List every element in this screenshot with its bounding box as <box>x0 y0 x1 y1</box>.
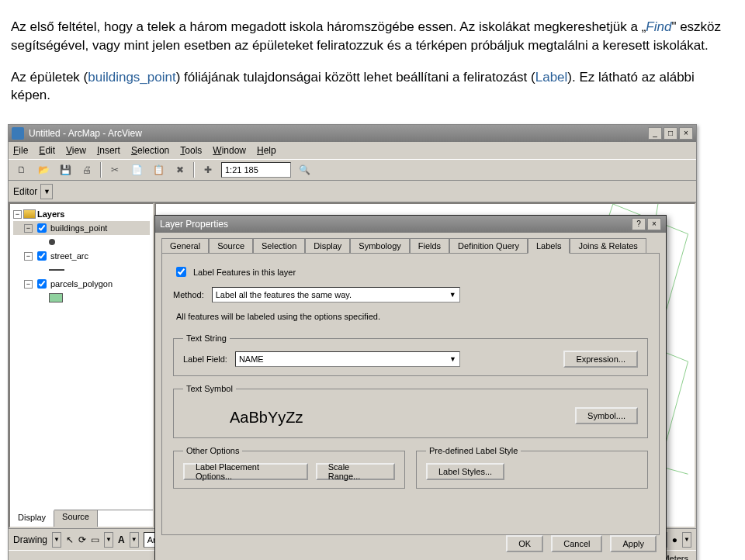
expression-button[interactable]: Expression... <box>563 351 638 368</box>
text-sample-preview: AaBbYyZz <box>183 401 303 430</box>
tree-collapse-icon[interactable]: − <box>24 224 33 233</box>
label-styles-button[interactable]: Label Styles... <box>426 463 504 480</box>
drawing-label: Drawing <box>13 534 47 545</box>
open-icon[interactable]: 📂 <box>35 161 52 178</box>
close-button[interactable]: × <box>679 127 693 140</box>
text-icon[interactable]: A <box>118 534 125 545</box>
menu-help[interactable]: Help <box>257 145 276 156</box>
arcmap-titlebar[interactable]: Untitled - ArcMap - ArcView _ □ × <box>9 125 696 142</box>
minimize-button[interactable]: _ <box>648 127 662 140</box>
print-icon[interactable]: 🖨 <box>78 161 95 178</box>
text-symbol-legend: Text Symbol <box>183 384 236 393</box>
polygon-symbol-icon[interactable] <box>49 293 63 302</box>
dialog-tabs: General Source Selection Display Symbolo… <box>155 233 666 253</box>
method-label: Method: <box>173 290 204 299</box>
table-of-contents: − Layers − buildings_point − street_arc <box>9 202 154 528</box>
separator <box>193 162 195 178</box>
dialog-titlebar[interactable]: Layer Properties ? × <box>155 216 666 233</box>
marker-color-dropdown[interactable]: ▼ <box>682 532 691 548</box>
dialog-title: Layer Properties <box>160 219 228 230</box>
layer-visibility-checkbox[interactable] <box>37 279 47 289</box>
add-data-icon[interactable]: ✚ <box>199 161 217 178</box>
text-string-legend: Text String <box>183 334 230 343</box>
menu-tools[interactable]: Tools <box>180 145 202 156</box>
zoom-icon[interactable]: 🔍 <box>296 161 313 178</box>
tab-fields[interactable]: Fields <box>410 238 449 254</box>
layer-visibility-checkbox[interactable] <box>37 251 47 261</box>
select-icon[interactable]: ↖ <box>66 534 74 545</box>
tab-display[interactable]: Display <box>305 238 350 254</box>
menu-insert[interactable]: Insert <box>97 145 120 156</box>
predefined-label-style-fieldset: Pre-defined Label Style Label Styles... <box>416 446 648 489</box>
chevron-down-icon: ▼ <box>449 291 456 299</box>
delete-icon[interactable]: ✖ <box>172 161 189 178</box>
tree-collapse-icon[interactable]: − <box>13 210 22 219</box>
symbol-button[interactable]: Symbol.... <box>575 407 638 424</box>
tab-selection[interactable]: Selection <box>253 238 305 254</box>
scale-range-button[interactable]: Scale Range... <box>316 463 395 480</box>
save-icon[interactable]: 💾 <box>57 161 74 178</box>
tab-labels[interactable]: Labels <box>528 238 570 254</box>
toc-item-parcels-polygon[interactable]: − parcels_polygon <box>13 277 150 291</box>
menu-file[interactable]: File <box>13 145 28 156</box>
labels-tab-panel: Label Features in this layer Method: Lab… <box>161 253 660 535</box>
label-field-select[interactable]: NAME▼ <box>235 351 460 367</box>
apply-button[interactable]: Apply <box>610 535 657 552</box>
text-string-fieldset: Text String Label Field: NAME▼ Expressio… <box>173 334 648 376</box>
rectangle-icon[interactable]: ▭ <box>91 534 99 545</box>
tab-symbology[interactable]: Symbology <box>350 238 409 254</box>
other-options-legend: Other Options <box>183 446 242 455</box>
ok-button[interactable]: OK <box>506 535 543 552</box>
rotate-icon[interactable]: ⟳ <box>78 534 86 545</box>
tab-joins-relates[interactable]: Joins & Relates <box>570 238 646 254</box>
point-symbol-icon[interactable] <box>49 239 55 245</box>
editor-dropdown[interactable]: ▼ <box>40 184 53 199</box>
tree-collapse-icon[interactable]: − <box>24 252 33 261</box>
menu-edit[interactable]: Edit <box>39 145 55 156</box>
layers-icon <box>23 209 36 219</box>
tab-definition-query[interactable]: Definition Query <box>449 238 528 254</box>
copy-icon[interactable]: 📄 <box>128 161 145 178</box>
tab-general[interactable]: General <box>161 238 209 254</box>
tab-source[interactable]: Source <box>209 238 253 254</box>
line-symbol-icon[interactable] <box>49 269 64 271</box>
map-scale-input[interactable]: 1:21 185 <box>221 162 291 178</box>
arcmap-window: Untitled - ArcMap - ArcView _ □ × File E… <box>8 124 697 560</box>
toc-item-buildings-point[interactable]: − buildings_point <box>13 221 150 235</box>
new-icon[interactable]: 🗋 <box>13 161 30 178</box>
arcmap-title: Untitled - ArcMap - ArcView <box>29 128 142 139</box>
menu-selection[interactable]: Selection <box>131 145 169 156</box>
maximize-button[interactable]: □ <box>664 127 677 140</box>
tree-collapse-icon[interactable]: − <box>24 280 33 289</box>
menubar: File Edit View Insert Selection Tools Wi… <box>9 142 696 159</box>
buildings-point-word: buildings_point <box>88 70 175 85</box>
separator <box>100 162 102 178</box>
toc-layers-root[interactable]: − Layers <box>13 207 150 221</box>
menu-window[interactable]: Window <box>213 145 246 156</box>
predefined-legend: Pre-defined Label Style <box>426 446 521 455</box>
paste-icon[interactable]: 📋 <box>150 161 167 178</box>
toc-tab-source[interactable]: Source <box>54 510 98 527</box>
drawing-dropdown[interactable]: ▼ <box>52 532 61 548</box>
toc-item-street-arc[interactable]: − street_arc <box>13 249 150 263</box>
editor-label: Editor <box>13 186 37 197</box>
toc-tab-display[interactable]: Display <box>10 510 54 527</box>
layer-visibility-checkbox[interactable] <box>37 223 47 233</box>
document-text: Az első feltétel, hogy a telek a három m… <box>0 0 745 124</box>
marker-color-button[interactable]: ● <box>672 534 677 545</box>
layer-properties-dialog: Layer Properties ? × General Source Sele… <box>154 215 667 560</box>
cancel-button[interactable]: Cancel <box>551 535 602 552</box>
label-placement-button[interactable]: Label Placement Options... <box>183 463 308 480</box>
menu-view[interactable]: View <box>66 145 86 156</box>
method-note: All features will be labeled using the o… <box>176 312 648 321</box>
shape-dropdown[interactable]: ▼ <box>104 532 113 548</box>
other-options-fieldset: Other Options Label Placement Options...… <box>173 446 405 489</box>
dialog-close-button[interactable]: × <box>647 218 661 230</box>
cut-icon[interactable]: ✂ <box>106 161 123 178</box>
text-dropdown[interactable]: ▼ <box>130 532 139 548</box>
label-features-checkbox[interactable] <box>176 267 186 277</box>
label-features-label: Label Features in this layer <box>193 268 296 277</box>
dialog-help-button[interactable]: ? <box>632 218 646 230</box>
chevron-down-icon: ▼ <box>449 355 456 363</box>
method-select[interactable]: Label all the features the same way.▼ <box>212 287 460 302</box>
